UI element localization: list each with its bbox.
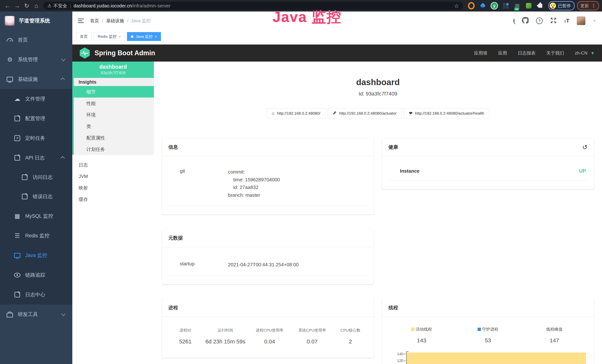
help-icon[interactable]: ? [536, 17, 543, 24]
security-warning-icon[interactable]: ⚠ [47, 3, 52, 8]
header-actions: ? тT ▼ [513, 17, 596, 25]
address-bar[interactable]: ⚠ 不安全 | dashboard.yudao.iocoder.cn /infr… [43, 2, 463, 10]
sidebar-item-java-monitor[interactable]: Java 监控 [0, 246, 72, 265]
edit-icon [14, 292, 20, 298]
menu-item-details[interactable]: 细节 [72, 86, 154, 97]
history-icon[interactable]: ↺ [582, 144, 588, 150]
breadcrumb-separator: / [102, 18, 103, 23]
edit-icon [22, 194, 28, 199]
fullscreen-icon[interactable] [550, 17, 557, 24]
menu-item-caches[interactable]: 缓存 [72, 193, 154, 205]
extension-colab-icon[interactable] [468, 2, 475, 9]
threads-values: 143 53 147 [388, 337, 588, 344]
bookmark-star-icon[interactable]: ☆ [454, 3, 459, 9]
avatar-caret-icon[interactable]: ▼ [593, 19, 596, 23]
edit-icon [14, 116, 20, 121]
extension-y-icon[interactable]: y [491, 2, 498, 9]
sba-instance-header[interactable]: dashboard 93a3fc7f7409 [72, 62, 154, 78]
menu-item-classes[interactable]: 类 [74, 120, 154, 132]
extension-on-icon[interactable]: on [514, 2, 521, 9]
menu-item-logs[interactable]: 日志 [72, 159, 154, 171]
close-icon[interactable]: × [119, 34, 121, 39]
menu-item-metrics[interactable]: 性能 [74, 97, 154, 109]
browser-update-chip[interactable]: 更新 ⋮ [577, 1, 599, 11]
sba-nav-applications[interactable]: 应用 [498, 50, 507, 56]
sidebar-item-log-center[interactable]: 日志中心 [0, 285, 72, 304]
menu-item-environment[interactable]: 环境 [74, 109, 154, 120]
git-info-row: git commit: time: 1596289704000 id: 27aa… [168, 168, 367, 206]
edit-icon [14, 155, 20, 161]
home-icon[interactable]: ⌂ [32, 0, 41, 11]
back-icon[interactable]: ← [3, 0, 12, 11]
search-icon[interactable] [513, 19, 515, 22]
user-avatar[interactable] [577, 17, 585, 25]
sidebar-item-api-log[interactable]: API 日志 [0, 148, 72, 168]
extensions-puzzle-icon[interactable] [537, 2, 544, 9]
tab-home[interactable]: 首页 [76, 32, 92, 41]
sidebar-item-scheduled-jobs[interactable]: ↺ 定时任务 [0, 128, 72, 148]
sidebar-item-error-log[interactable]: 错误日志 [0, 187, 72, 206]
sba-nav-about[interactable]: 关于我们 [546, 50, 564, 56]
sidebar-item-devtools[interactable]: 研发工具 [0, 304, 72, 324]
service-url-button[interactable]: ⌂ http://192.168.0.2:48080/ [267, 108, 325, 118]
menu-item-jvm[interactable]: JVM [72, 171, 154, 182]
stat-cpu-cores: CPU核心数2 [333, 328, 367, 345]
sidebar-item-config-manage[interactable]: 配置管理 [0, 109, 72, 128]
health-instance-row[interactable]: Instance UP [388, 168, 588, 181]
browser-menu-icon[interactable]: ⋮ [591, 4, 596, 7]
sidebar-item-access-log[interactable]: 访问日志 [0, 168, 72, 187]
collapse-menu-icon[interactable] [78, 19, 84, 23]
sidebar-item-tracing[interactable]: 链路追踪 [0, 265, 72, 285]
tab-java-monitor[interactable]: Java 监控 × [127, 32, 161, 41]
metadata-card: 元数据 startup 2021-04-27T00:44:31.254+08:0… [162, 229, 374, 284]
menu-item-scheduled-tasks[interactable]: 计划任务 [74, 143, 154, 155]
instance-links: ⌂ http://192.168.0.2:48080/ http://192.1… [162, 108, 594, 118]
stat-system-cpu: 系统CPU使用率0.07 [291, 328, 333, 345]
breadcrumb-section[interactable]: 基础设施 [106, 18, 124, 24]
actuator-url-button[interactable]: http://192.168.0.2:48080/actuator [328, 108, 402, 118]
font-size-icon[interactable]: тT [564, 18, 569, 24]
sidebar-item-redis-monitor[interactable]: ☰ Redis 监控 [0, 226, 72, 246]
sba-header: Spring Boot Admin 应用墙 应用 日志报表 关于我们 zh-CN… [72, 44, 602, 62]
sba-main-panel: dashboard Id: 93a3fc7f7409 ⌂ http://192.… [154, 62, 602, 364]
sba-nav-wall[interactable]: 应用墙 [474, 50, 487, 56]
url-path[interactable]: /infra/admin-server [132, 3, 170, 9]
instance-id-line: Id: 93a3fc7f7409 [162, 91, 594, 97]
extensions-area: y on [468, 2, 544, 9]
sba-nav-journal[interactable]: 日志报表 [518, 50, 536, 56]
extension-grid-icon[interactable] [502, 2, 509, 9]
health-key: Instance [400, 168, 448, 174]
sidebar-item-mysql-monitor[interactable]: ▦ MySQL 监控 [0, 206, 72, 226]
tab-redis-monitor[interactable]: Redis 监控 × [94, 32, 125, 41]
extension-leaf-icon[interactable] [526, 2, 532, 9]
startup-row: startup 2021-04-27T00:44:31.254+08:00 [168, 261, 367, 276]
security-label[interactable]: 不安全 [54, 3, 67, 9]
health-url-button[interactable]: ❤ http://192.168.0.2:48080/actuator/heal… [404, 108, 489, 118]
close-icon[interactable]: × [155, 34, 157, 39]
handwritten-annotation: Java 监控 [273, 7, 342, 27]
gear-icon: ⚙ [7, 57, 13, 63]
breadcrumb-home[interactable]: 首页 [90, 18, 99, 24]
sba-locale-select[interactable]: zh-CN ▼ [575, 50, 595, 56]
profile-emoji-icon [550, 3, 556, 9]
sidebar-item-system[interactable]: ⚙ 系统管理 [0, 50, 72, 69]
threads-chart: 140 120 100 [388, 350, 588, 364]
sidebar-item-home[interactable]: 首页 [0, 30, 72, 50]
menu-item-mappings[interactable]: 映射 [72, 182, 154, 193]
chevron-up-icon [61, 156, 65, 161]
github-icon[interactable] [522, 17, 528, 24]
app-logo-row[interactable]: 芋道管理系统 [0, 11, 72, 30]
browser-profile-chip[interactable]: 已暂停 [548, 1, 575, 11]
legend-swatch-yellow [411, 328, 415, 331]
forward-icon[interactable]: → [13, 0, 22, 11]
sidebar-item-infra[interactable]: 基础设施 [0, 69, 72, 89]
peak-threads-value: 147 [521, 337, 588, 344]
sidebar-item-file-manage[interactable]: ☁ 文件管理 [0, 89, 72, 109]
extension-pin-icon[interactable] [479, 2, 486, 9]
reload-icon[interactable]: ↻ [22, 0, 31, 11]
info-card: 信息 git commit: time: 1596289704000 id: 2… [162, 138, 374, 214]
url-host[interactable]: dashboard.yudao.iocoder.cn [74, 3, 132, 9]
menu-item-config-props[interactable]: 配置属性 [74, 132, 154, 143]
breadcrumb: 首页 / 基础设施 / Java 监控 [90, 18, 151, 24]
sba-brand[interactable]: Spring Boot Admin [95, 49, 155, 57]
